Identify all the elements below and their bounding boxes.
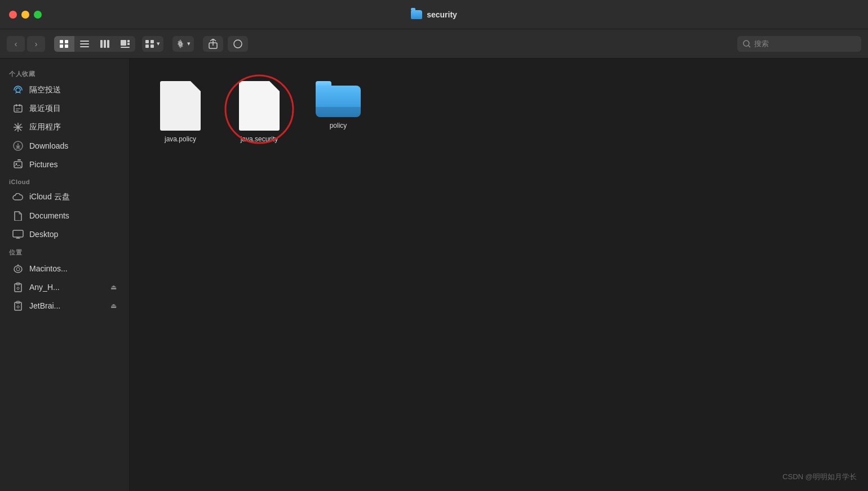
svg-rect-17 — [150, 44, 154, 48]
watermark: CSDN @明明如月学长 — [782, 472, 857, 482]
svg-point-44 — [17, 287, 19, 289]
policy-folder-icon — [316, 81, 361, 117]
svg-rect-1 — [65, 40, 68, 43]
nav-buttons: ‹ › — [7, 36, 45, 52]
svg-point-40 — [16, 267, 20, 271]
view-columns-button[interactable] — [95, 36, 115, 52]
dropdown-chevron: ▾ — [157, 40, 160, 47]
policy-label: policy — [330, 122, 347, 130]
svg-rect-13 — [121, 47, 130, 48]
view-buttons — [54, 36, 135, 52]
java-security-icon — [239, 81, 280, 131]
title-text: security — [427, 10, 457, 19]
file-java-policy[interactable]: java.policy — [147, 75, 214, 149]
view-gallery-button[interactable] — [115, 36, 135, 52]
svg-rect-10 — [121, 40, 126, 46]
pictures-label: Pictures — [29, 160, 58, 169]
svg-rect-8 — [104, 40, 106, 48]
sidebar-section-icloud: iCloud — [0, 174, 129, 188]
svg-rect-11 — [127, 40, 130, 42]
jetbra-icon — [12, 300, 24, 311]
sidebar-item-documents[interactable]: Documents — [3, 207, 126, 225]
titlebar: security — [0, 0, 868, 29]
svg-rect-14 — [145, 40, 149, 43]
svg-rect-12 — [127, 43, 130, 45]
view-icon-button[interactable] — [54, 36, 74, 52]
svg-point-47 — [17, 306, 19, 308]
settings-button[interactable]: ▾ — [172, 36, 194, 52]
settings-chevron: ▾ — [187, 40, 191, 47]
sidebar-item-recents[interactable]: 最近项目 — [3, 100, 126, 118]
close-button[interactable] — [9, 11, 17, 19]
svg-rect-16 — [145, 44, 149, 48]
svg-rect-15 — [150, 40, 154, 43]
svg-rect-4 — [80, 41, 89, 42]
sidebar-item-icloud[interactable]: iCloud 云盘 — [3, 188, 126, 206]
view-dropdown[interactable]: ▾ — [142, 36, 163, 52]
icloud-label: iCloud 云盘 — [29, 192, 70, 202]
airdrop-icon — [12, 84, 24, 96]
sidebar-item-desktop[interactable]: Desktop — [3, 225, 126, 243]
content-area: java.policy java.security policy — [130, 59, 868, 491]
desktop-icon — [12, 229, 24, 240]
sidebar-item-macintosh[interactable]: Macintos... — [3, 260, 126, 278]
icloud-icon — [12, 191, 24, 203]
forward-button[interactable]: › — [27, 36, 45, 52]
svg-rect-3 — [65, 44, 68, 48]
sidebar-item-downloads[interactable]: Downloads — [3, 137, 126, 155]
anyh-label: Any_H... — [29, 283, 60, 292]
sidebar-item-airdrop[interactable]: 隔空投送 — [3, 81, 126, 99]
svg-rect-2 — [60, 44, 63, 48]
sidebar-section-locations: 位置 — [0, 244, 129, 259]
window-title: security — [411, 10, 457, 19]
sidebar-item-anyh[interactable]: Any_H... ⏏ — [3, 278, 126, 296]
applications-icon — [12, 122, 24, 133]
svg-rect-9 — [107, 40, 109, 48]
svg-rect-5 — [80, 43, 89, 44]
sidebar-item-applications[interactable]: 应用程序 — [3, 118, 126, 136]
search-icon — [743, 40, 751, 48]
macintosh-label: Macintos... — [29, 264, 68, 273]
title-folder-icon — [411, 10, 422, 19]
sidebar-item-pictures[interactable]: Pictures — [3, 155, 126, 173]
search-input[interactable] — [754, 39, 844, 48]
tag-button[interactable] — [228, 36, 248, 52]
view-list-button[interactable] — [74, 36, 95, 52]
search-box[interactable] — [737, 36, 861, 52]
sidebar-item-jetbra[interactable]: JetBrai... ⏏ — [3, 297, 126, 315]
applications-label: 应用程序 — [29, 122, 61, 132]
sidebar: 个人收藏 隔空投送 最近项目 — [0, 59, 130, 491]
airdrop-label: 隔空投送 — [29, 85, 61, 95]
svg-rect-25 — [19, 104, 20, 106]
svg-rect-6 — [80, 46, 89, 47]
share-button[interactable] — [203, 36, 223, 52]
minimize-button[interactable] — [21, 11, 29, 19]
downloads-label: Downloads — [29, 141, 68, 150]
svg-point-39 — [14, 266, 22, 273]
java-policy-label: java.policy — [165, 135, 196, 143]
jetbra-eject[interactable]: ⏏ — [110, 302, 117, 310]
svg-point-19 — [234, 40, 242, 48]
back-button[interactable]: ‹ — [7, 36, 25, 52]
desktop-label: Desktop — [29, 230, 58, 239]
svg-point-20 — [743, 41, 749, 46]
downloads-icon — [12, 140, 24, 151]
main: 个人收藏 隔空投送 最近项目 — [0, 59, 868, 491]
svg-line-21 — [749, 46, 750, 47]
documents-label: Documents — [29, 211, 69, 220]
java-policy-icon — [160, 81, 201, 131]
jetbra-label: JetBrai... — [29, 301, 60, 310]
svg-rect-7 — [100, 40, 103, 48]
svg-rect-36 — [13, 230, 23, 237]
svg-rect-24 — [16, 104, 17, 106]
macintosh-icon — [12, 263, 24, 274]
file-policy[interactable]: policy — [304, 75, 372, 149]
file-java-security[interactable]: java.security — [225, 75, 293, 149]
maximize-button[interactable] — [34, 11, 42, 19]
sidebar-section-favorites: 个人收藏 — [0, 65, 129, 81]
toolbar: ‹ › — [0, 29, 868, 59]
documents-icon — [12, 210, 24, 221]
anyh-eject[interactable]: ⏏ — [110, 283, 117, 291]
java-security-label: java.security — [241, 135, 278, 143]
anyh-icon — [12, 282, 24, 293]
